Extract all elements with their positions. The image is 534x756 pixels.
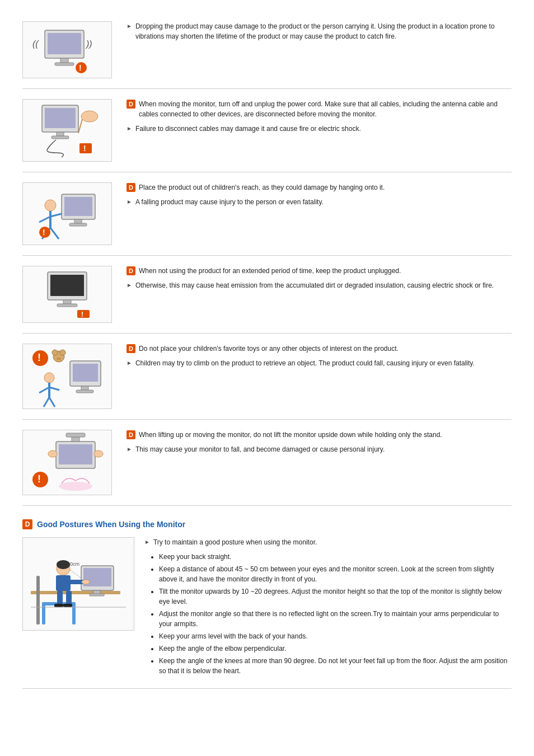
section-unplugged: ! D When not using the product for an ex… (22, 256, 512, 334)
posture-sub-item: Tilt the monitor upwards by 10 ~20 degre… (159, 586, 512, 607)
posture-sub-item: Adjust the monitor angle so that there i… (159, 609, 512, 629)
section-children-reach: ! D Place the product out of children's … (22, 172, 512, 256)
section2-sub1: ► Failure to disconnect cables may damag… (127, 124, 512, 134)
svg-text:!: ! (38, 473, 41, 485)
arrow-icon: ► (144, 538, 150, 546)
section2-illustration: ! (28, 100, 106, 161)
svg-point-57 (94, 450, 103, 457)
svg-text:!: ! (43, 228, 45, 237)
svg-rect-30 (63, 300, 71, 304)
svg-rect-69 (36, 599, 40, 624)
good-posture-title: D Good Postures When Using the Monitor (22, 514, 512, 529)
section-moving: ! D When moving the monitor, turn off an… (22, 89, 512, 172)
svg-rect-17 (64, 197, 92, 216)
svg-line-48 (44, 397, 49, 407)
svg-rect-59 (31, 591, 120, 594)
svg-rect-19 (69, 223, 87, 226)
svg-rect-67 (42, 602, 45, 624)
section3-content: D Place the product out of children's re… (122, 182, 512, 210)
posture-sub-list: Keep your back straight. Keep a distance… (150, 552, 512, 676)
section4-point1: D When not using the product for an exte… (127, 266, 512, 276)
svg-rect-77 (66, 591, 72, 605)
arrow-icon: ► (127, 281, 132, 289)
svg-rect-11 (51, 136, 69, 139)
posture-sub-item: Keep the angle of the elbow perpendicula… (159, 644, 512, 654)
svg-line-49 (49, 397, 55, 407)
section3-point1: D Place the product out of children's re… (127, 182, 512, 192)
svg-rect-29 (50, 275, 84, 296)
svg-line-13 (78, 119, 82, 133)
svg-rect-53 (59, 444, 92, 464)
section1-point1: ► Dropping the product may cause damage … (127, 21, 512, 41)
section3-illustration: ! (28, 183, 106, 245)
section4-image: ! (22, 266, 112, 323)
title-icon: D (22, 519, 32, 529)
section2-content: D When moving the monitor, turn off and … (122, 99, 512, 137)
svg-point-44 (44, 373, 54, 383)
svg-rect-3 (55, 63, 74, 65)
section4-content: D When not using the product for an exte… (122, 266, 512, 293)
svg-point-38 (60, 350, 65, 355)
svg-rect-79 (63, 604, 72, 607)
svg-text:)): )) (85, 39, 92, 49)
section6-point1: D When lifting up or moving the monitor,… (127, 430, 512, 440)
good-posture-image: 50cm (22, 537, 134, 631)
section-toys: ! D (22, 334, 512, 420)
posture-main-point: ► Try to maintain a good posture when us… (144, 537, 512, 547)
svg-line-23 (50, 214, 62, 217)
warning-icon: D (127, 266, 135, 275)
section1-content: ► Dropping the product may cause damage … (122, 21, 512, 44)
arrow-icon: ► (127, 198, 132, 206)
svg-point-39 (57, 358, 61, 360)
warning-icon: D (127, 344, 135, 353)
svg-point-37 (52, 350, 58, 355)
section-lifting: ! D When lifting up or moving the monito… (22, 420, 512, 506)
svg-rect-76 (57, 591, 63, 605)
warning-icon: D (127, 183, 135, 192)
svg-rect-70 (36, 576, 40, 602)
svg-line-25 (50, 228, 59, 239)
section3-image: ! (22, 182, 112, 245)
section-dropping: (( )) ! ► Dropping the product may cause… (22, 11, 512, 89)
arrow-icon: ► (127, 124, 132, 133)
section5-content: D Do not place your children's favorite … (122, 344, 512, 371)
section5-image: ! (22, 344, 112, 409)
section6-content: D When lifting up or moving the monitor,… (122, 430, 512, 457)
svg-rect-63 (90, 594, 104, 596)
posture-sub-item: Keep the angle of the knees at more than… (159, 656, 512, 676)
svg-rect-9 (45, 108, 76, 128)
section6-sub1: ► This may cause your monitor to fall, a… (127, 444, 512, 454)
svg-rect-2 (60, 58, 68, 63)
posture-illustration: 50cm (25, 538, 132, 630)
svg-rect-32 (77, 310, 90, 318)
section5-point1: D Do not place your children's favorite … (127, 344, 512, 354)
section4-sub1: ► Otherwise, this may cause heat emissio… (127, 280, 512, 290)
svg-point-20 (45, 200, 56, 211)
svg-point-12 (81, 111, 98, 122)
posture-sub-item: Keep your back straight. (159, 552, 512, 562)
svg-rect-78 (54, 604, 63, 607)
section2-image: ! (22, 99, 112, 162)
good-posture-text: ► Try to maintain a good posture when us… (144, 537, 512, 678)
svg-line-47 (49, 387, 59, 390)
svg-text:!: ! (81, 311, 83, 318)
posture-sub-item: Keep your arms level with the back of yo… (159, 631, 512, 641)
section6-illustration: ! (28, 430, 106, 495)
section1-illustration: (( )) ! (28, 22, 106, 78)
svg-rect-68 (72, 602, 76, 624)
section5-sub1: ► Children may try to climb on the produ… (127, 358, 512, 368)
svg-line-22 (39, 217, 50, 222)
svg-rect-43 (76, 390, 93, 393)
svg-point-72 (57, 560, 70, 569)
svg-point-75 (82, 580, 90, 584)
section6-image: ! (22, 430, 112, 495)
good-posture-section: D Good Postures When Using the Monitor 5… (22, 506, 512, 689)
section4-illustration: ! (28, 266, 106, 322)
section1-image: (( )) ! (22, 21, 112, 78)
warning-icon: D (127, 430, 135, 439)
good-posture-content: 50cm (22, 537, 512, 678)
svg-rect-10 (57, 132, 64, 136)
svg-text:!: ! (38, 352, 41, 363)
svg-rect-55 (66, 433, 85, 437)
arrow-icon: ► (127, 445, 132, 453)
